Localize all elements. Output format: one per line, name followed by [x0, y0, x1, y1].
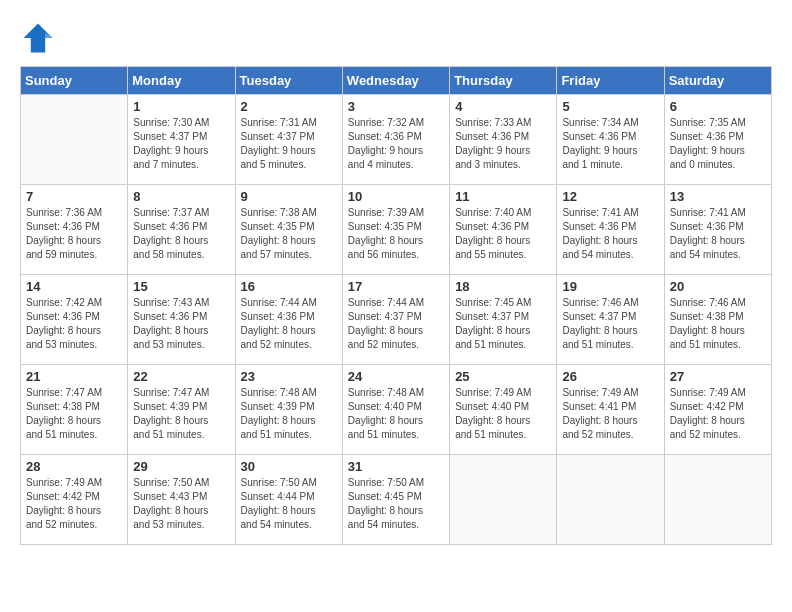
day-number: 26 — [562, 369, 658, 384]
logo — [20, 20, 60, 56]
weekday-header: Thursday — [450, 67, 557, 95]
calendar: SundayMondayTuesdayWednesdayThursdayFrid… — [20, 66, 772, 545]
day-number: 29 — [133, 459, 229, 474]
page-header — [20, 20, 772, 56]
calendar-day-cell: 4Sunrise: 7:33 AMSunset: 4:36 PMDaylight… — [450, 95, 557, 185]
day-number: 16 — [241, 279, 337, 294]
day-info: Sunrise: 7:32 AMSunset: 4:36 PMDaylight:… — [348, 116, 444, 172]
day-number: 4 — [455, 99, 551, 114]
calendar-day-cell: 14Sunrise: 7:42 AMSunset: 4:36 PMDayligh… — [21, 275, 128, 365]
day-number: 5 — [562, 99, 658, 114]
day-number: 17 — [348, 279, 444, 294]
calendar-day-cell: 16Sunrise: 7:44 AMSunset: 4:36 PMDayligh… — [235, 275, 342, 365]
calendar-day-cell: 17Sunrise: 7:44 AMSunset: 4:37 PMDayligh… — [342, 275, 449, 365]
day-info: Sunrise: 7:41 AMSunset: 4:36 PMDaylight:… — [562, 206, 658, 262]
calendar-day-cell: 12Sunrise: 7:41 AMSunset: 4:36 PMDayligh… — [557, 185, 664, 275]
day-info: Sunrise: 7:36 AMSunset: 4:36 PMDaylight:… — [26, 206, 122, 262]
calendar-day-cell: 3Sunrise: 7:32 AMSunset: 4:36 PMDaylight… — [342, 95, 449, 185]
day-info: Sunrise: 7:39 AMSunset: 4:35 PMDaylight:… — [348, 206, 444, 262]
day-info: Sunrise: 7:47 AMSunset: 4:38 PMDaylight:… — [26, 386, 122, 442]
day-number: 8 — [133, 189, 229, 204]
weekday-header: Tuesday — [235, 67, 342, 95]
calendar-day-cell: 28Sunrise: 7:49 AMSunset: 4:42 PMDayligh… — [21, 455, 128, 545]
calendar-day-cell: 19Sunrise: 7:46 AMSunset: 4:37 PMDayligh… — [557, 275, 664, 365]
calendar-week-row: 14Sunrise: 7:42 AMSunset: 4:36 PMDayligh… — [21, 275, 772, 365]
day-info: Sunrise: 7:30 AMSunset: 4:37 PMDaylight:… — [133, 116, 229, 172]
day-info: Sunrise: 7:37 AMSunset: 4:36 PMDaylight:… — [133, 206, 229, 262]
day-number: 19 — [562, 279, 658, 294]
day-info: Sunrise: 7:49 AMSunset: 4:42 PMDaylight:… — [670, 386, 766, 442]
calendar-day-cell: 29Sunrise: 7:50 AMSunset: 4:43 PMDayligh… — [128, 455, 235, 545]
day-info: Sunrise: 7:43 AMSunset: 4:36 PMDaylight:… — [133, 296, 229, 352]
day-number: 27 — [670, 369, 766, 384]
calendar-week-row: 21Sunrise: 7:47 AMSunset: 4:38 PMDayligh… — [21, 365, 772, 455]
calendar-day-cell: 18Sunrise: 7:45 AMSunset: 4:37 PMDayligh… — [450, 275, 557, 365]
day-info: Sunrise: 7:41 AMSunset: 4:36 PMDaylight:… — [670, 206, 766, 262]
day-number: 9 — [241, 189, 337, 204]
calendar-day-cell: 22Sunrise: 7:47 AMSunset: 4:39 PMDayligh… — [128, 365, 235, 455]
day-info: Sunrise: 7:35 AMSunset: 4:36 PMDaylight:… — [670, 116, 766, 172]
calendar-day-cell: 21Sunrise: 7:47 AMSunset: 4:38 PMDayligh… — [21, 365, 128, 455]
calendar-day-cell: 9Sunrise: 7:38 AMSunset: 4:35 PMDaylight… — [235, 185, 342, 275]
calendar-day-cell: 30Sunrise: 7:50 AMSunset: 4:44 PMDayligh… — [235, 455, 342, 545]
day-number: 24 — [348, 369, 444, 384]
day-info: Sunrise: 7:45 AMSunset: 4:37 PMDaylight:… — [455, 296, 551, 352]
weekday-header: Sunday — [21, 67, 128, 95]
day-number: 2 — [241, 99, 337, 114]
calendar-day-cell: 24Sunrise: 7:48 AMSunset: 4:40 PMDayligh… — [342, 365, 449, 455]
day-info: Sunrise: 7:33 AMSunset: 4:36 PMDaylight:… — [455, 116, 551, 172]
day-info: Sunrise: 7:47 AMSunset: 4:39 PMDaylight:… — [133, 386, 229, 442]
day-info: Sunrise: 7:49 AMSunset: 4:40 PMDaylight:… — [455, 386, 551, 442]
day-number: 25 — [455, 369, 551, 384]
calendar-day-cell: 26Sunrise: 7:49 AMSunset: 4:41 PMDayligh… — [557, 365, 664, 455]
day-number: 14 — [26, 279, 122, 294]
day-info: Sunrise: 7:31 AMSunset: 4:37 PMDaylight:… — [241, 116, 337, 172]
weekday-header: Saturday — [664, 67, 771, 95]
day-number: 20 — [670, 279, 766, 294]
calendar-day-cell — [557, 455, 664, 545]
calendar-day-cell: 11Sunrise: 7:40 AMSunset: 4:36 PMDayligh… — [450, 185, 557, 275]
calendar-day-cell: 6Sunrise: 7:35 AMSunset: 4:36 PMDaylight… — [664, 95, 771, 185]
day-info: Sunrise: 7:48 AMSunset: 4:39 PMDaylight:… — [241, 386, 337, 442]
day-number: 11 — [455, 189, 551, 204]
day-number: 18 — [455, 279, 551, 294]
day-number: 15 — [133, 279, 229, 294]
day-info: Sunrise: 7:40 AMSunset: 4:36 PMDaylight:… — [455, 206, 551, 262]
day-info: Sunrise: 7:48 AMSunset: 4:40 PMDaylight:… — [348, 386, 444, 442]
calendar-week-row: 28Sunrise: 7:49 AMSunset: 4:42 PMDayligh… — [21, 455, 772, 545]
day-number: 10 — [348, 189, 444, 204]
day-info: Sunrise: 7:44 AMSunset: 4:36 PMDaylight:… — [241, 296, 337, 352]
calendar-day-cell: 8Sunrise: 7:37 AMSunset: 4:36 PMDaylight… — [128, 185, 235, 275]
day-number: 21 — [26, 369, 122, 384]
weekday-header: Wednesday — [342, 67, 449, 95]
calendar-day-cell: 10Sunrise: 7:39 AMSunset: 4:35 PMDayligh… — [342, 185, 449, 275]
calendar-day-cell: 25Sunrise: 7:49 AMSunset: 4:40 PMDayligh… — [450, 365, 557, 455]
day-info: Sunrise: 7:34 AMSunset: 4:36 PMDaylight:… — [562, 116, 658, 172]
day-number: 12 — [562, 189, 658, 204]
day-info: Sunrise: 7:46 AMSunset: 4:37 PMDaylight:… — [562, 296, 658, 352]
day-number: 3 — [348, 99, 444, 114]
calendar-day-cell: 13Sunrise: 7:41 AMSunset: 4:36 PMDayligh… — [664, 185, 771, 275]
calendar-day-cell: 5Sunrise: 7:34 AMSunset: 4:36 PMDaylight… — [557, 95, 664, 185]
day-info: Sunrise: 7:38 AMSunset: 4:35 PMDaylight:… — [241, 206, 337, 262]
calendar-day-cell: 1Sunrise: 7:30 AMSunset: 4:37 PMDaylight… — [128, 95, 235, 185]
day-info: Sunrise: 7:49 AMSunset: 4:42 PMDaylight:… — [26, 476, 122, 532]
day-number: 23 — [241, 369, 337, 384]
day-info: Sunrise: 7:49 AMSunset: 4:41 PMDaylight:… — [562, 386, 658, 442]
day-info: Sunrise: 7:44 AMSunset: 4:37 PMDaylight:… — [348, 296, 444, 352]
weekday-header: Friday — [557, 67, 664, 95]
calendar-day-cell: 27Sunrise: 7:49 AMSunset: 4:42 PMDayligh… — [664, 365, 771, 455]
logo-icon — [20, 20, 56, 56]
day-number: 22 — [133, 369, 229, 384]
calendar-day-cell — [21, 95, 128, 185]
day-info: Sunrise: 7:50 AMSunset: 4:45 PMDaylight:… — [348, 476, 444, 532]
calendar-day-cell: 31Sunrise: 7:50 AMSunset: 4:45 PMDayligh… — [342, 455, 449, 545]
day-info: Sunrise: 7:46 AMSunset: 4:38 PMDaylight:… — [670, 296, 766, 352]
day-info: Sunrise: 7:42 AMSunset: 4:36 PMDaylight:… — [26, 296, 122, 352]
calendar-day-cell: 7Sunrise: 7:36 AMSunset: 4:36 PMDaylight… — [21, 185, 128, 275]
day-info: Sunrise: 7:50 AMSunset: 4:44 PMDaylight:… — [241, 476, 337, 532]
day-info: Sunrise: 7:50 AMSunset: 4:43 PMDaylight:… — [133, 476, 229, 532]
calendar-header-row: SundayMondayTuesdayWednesdayThursdayFrid… — [21, 67, 772, 95]
day-number: 1 — [133, 99, 229, 114]
day-number: 7 — [26, 189, 122, 204]
